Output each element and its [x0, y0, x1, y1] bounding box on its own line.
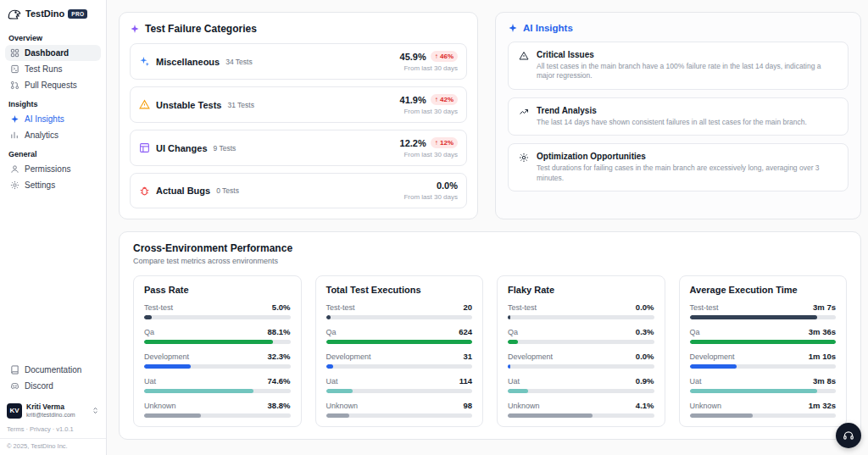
flaky-rate-card: Flaky Rate Test-test0.0% Qa0.3% Developm…	[497, 275, 665, 427]
progress-fill	[690, 364, 737, 369]
pull-requests-icon	[10, 80, 19, 90]
env-value: 38.8%	[268, 401, 291, 410]
env-value: 0.0%	[636, 352, 654, 361]
sidebar-item-discord[interactable]: Discord	[5, 378, 101, 394]
env-row: Development31	[326, 352, 473, 369]
env-row: Development1m 10s	[690, 352, 837, 369]
user-menu[interactable]: KV Kriti Verma kriti@testdino.com	[0, 397, 106, 424]
env-value: 31	[463, 352, 472, 361]
env-value: 1m 10s	[809, 352, 836, 361]
category-percentage: 45.9%	[400, 52, 426, 62]
env-label: Development	[690, 352, 735, 361]
pass-rate-card: Pass Rate Test-test5.0% Qa88.1% Developm…	[133, 275, 302, 427]
env-label: Qa	[326, 328, 337, 336]
env-label: Test-test	[326, 303, 355, 312]
env-value: 5.0%	[272, 302, 291, 312]
section-title: Cross-Environment Performance	[133, 242, 847, 254]
env-label: Uat	[690, 377, 702, 386]
env-label: Uat	[508, 377, 520, 386]
progress-fill	[690, 413, 753, 418]
env-row: Uat3m 8s	[690, 376, 837, 393]
sidebar-item-test-runs[interactable]: Test Runs	[5, 61, 101, 77]
insight-text: All test cases in the main branch have a…	[537, 62, 837, 81]
env-value: 624	[459, 327, 472, 336]
sidebar-item-ai-insights[interactable]: AI Insights	[5, 111, 101, 127]
brand[interactable]: TestDino PRO	[0, 0, 106, 25]
progress-fill	[508, 413, 593, 418]
env-value: 0.9%	[636, 376, 654, 386]
progress-track	[508, 364, 654, 369]
env-label: Unknown	[508, 402, 540, 410]
env-value: 74.6%	[268, 376, 291, 386]
test-runs-icon	[10, 64, 19, 74]
env-value: 98	[463, 401, 472, 410]
ai-insights-icon	[10, 114, 19, 124]
env-row: Test-test0.0%	[508, 302, 654, 319]
test-failure-categories-card: Test Failure Categories Miscellaneous 34…	[119, 12, 478, 219]
sidebar-spacer	[0, 195, 106, 362]
progress-track	[326, 364, 473, 369]
documentation-icon	[10, 365, 19, 375]
row-right: 41.9% ↑ 42% From last 30 days	[400, 94, 458, 115]
sidebar-item-documentation[interactable]: Documentation	[5, 362, 101, 378]
env-row: Development0.0%	[508, 352, 654, 369]
avatar: KV	[7, 403, 22, 419]
metric-title: Average Execution Time	[690, 285, 837, 295]
progress-track	[144, 389, 291, 393]
sidebar-item-permissions[interactable]: Permissions	[5, 161, 101, 177]
card-title: Test Failure Categories	[145, 23, 257, 35]
app: TestDino PRO Overview Dashboard Test Run…	[0, 0, 868, 455]
period-label: From last 30 days	[400, 151, 458, 158]
env-value: 3m 7s	[813, 302, 836, 312]
sidebar-item-dashboard[interactable]: Dashboard	[5, 45, 101, 61]
row-right: 12.2% ↑ 12% From last 30 days	[400, 137, 458, 158]
brand-name: TestDino	[25, 8, 64, 19]
progress-track	[690, 364, 837, 369]
period-label: From last 30 days	[400, 64, 458, 72]
support-fab[interactable]	[836, 423, 861, 448]
sidebar-item-settings[interactable]: Settings	[5, 177, 101, 193]
progress-track	[144, 413, 291, 418]
metric-title: Total Test Executions	[326, 285, 473, 295]
miscellaneous-sparkles-icon	[139, 56, 150, 67]
pro-badge: PRO	[68, 9, 87, 19]
row-left: UI Changes 9 Tests	[139, 142, 236, 153]
progress-fill	[326, 413, 350, 418]
progress-track	[508, 413, 654, 418]
env-label: Development	[508, 352, 553, 361]
insight-title: Trend Analysis	[537, 106, 807, 115]
nav-section-general: General	[8, 150, 97, 158]
legal-links[interactable]: Terms · Privacy · v1.0.1	[0, 424, 106, 438]
progress-track	[508, 315, 654, 319]
category-label: Actual Bugs	[156, 186, 210, 196]
env-label: Test-test	[144, 303, 173, 312]
sidebar-item-pull-requests[interactable]: Pull Requests	[5, 77, 101, 93]
avg-execution-time-card: Average Execution Time Test-test3m 7s Qa…	[679, 275, 848, 427]
sidebar: TestDino PRO Overview Dashboard Test Run…	[0, 0, 107, 455]
insight-title: Critical Issues	[537, 50, 837, 59]
settings-icon	[10, 180, 19, 190]
change-badge: ↑ 42%	[431, 94, 458, 105]
sidebar-item-analytics[interactable]: Analytics	[5, 127, 101, 143]
progress-fill	[326, 389, 353, 393]
env-row: Unknown38.8%	[144, 401, 291, 418]
permissions-icon	[10, 164, 19, 174]
progress-fill	[326, 315, 331, 319]
ai-insight-item: Critical Issues All test cases in the ma…	[508, 42, 849, 90]
nav-section-overview: Overview	[8, 34, 97, 42]
sidebar-item-label: AI Insights	[25, 114, 64, 124]
progress-fill	[144, 340, 273, 344]
env-value: 3m 8s	[813, 376, 836, 386]
period-label: From last 30 days	[403, 193, 458, 201]
dashboard-icon	[10, 48, 19, 58]
env-row: Qa624	[326, 327, 473, 344]
env-label: Qa	[144, 328, 154, 336]
headset-icon	[843, 430, 854, 441]
card-header: Test Failure Categories	[130, 23, 467, 35]
env-value: 1m 32s	[809, 401, 836, 410]
category-label: Miscellaneous	[156, 57, 220, 67]
cross-environment-card: Cross-Environment Performance Compare te…	[119, 231, 861, 440]
progress-fill	[508, 315, 510, 319]
row-right: 45.9% ↑ 46% From last 30 days	[400, 51, 458, 72]
category-percentage: 12.2%	[400, 138, 426, 148]
